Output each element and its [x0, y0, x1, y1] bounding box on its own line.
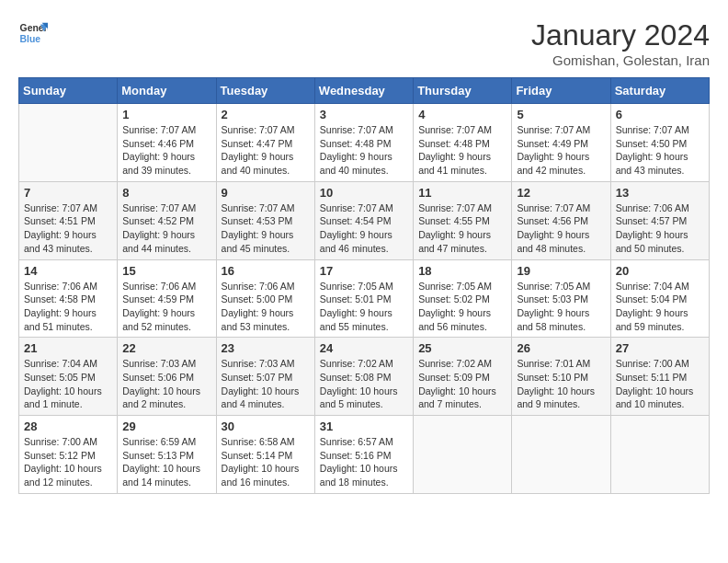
- day-number: 31: [320, 419, 408, 433]
- month-year-title: January 2024: [531, 18, 710, 52]
- calendar-day-cell: 6Sunrise: 7:07 AMSunset: 4:50 PMDaylight…: [610, 104, 709, 182]
- day-info: Sunrise: 7:04 AMSunset: 5:04 PMDaylight:…: [616, 280, 704, 334]
- calendar-day-cell: [512, 416, 610, 494]
- calendar-day-cell: 3Sunrise: 7:07 AMSunset: 4:48 PMDaylight…: [314, 104, 413, 182]
- day-info: Sunrise: 7:07 AMSunset: 4:49 PMDaylight:…: [517, 123, 605, 178]
- calendar-day-cell: 2Sunrise: 7:07 AMSunset: 4:47 PMDaylight…: [216, 104, 314, 182]
- day-info: Sunrise: 7:07 AMSunset: 4:53 PMDaylight:…: [222, 201, 310, 256]
- day-number: 8: [122, 186, 210, 200]
- calendar-day-cell: 31Sunrise: 6:57 AMSunset: 5:16 PMDayligh…: [314, 416, 413, 494]
- calendar-day-cell: 24Sunrise: 7:02 AMSunset: 5:08 PMDayligh…: [314, 338, 413, 416]
- calendar-day-cell: 11Sunrise: 7:07 AMSunset: 4:55 PMDayligh…: [414, 181, 512, 259]
- general-blue-logo-icon: General Blue: [18, 18, 48, 48]
- day-number: 22: [122, 341, 210, 355]
- calendar-day-cell: 12Sunrise: 7:07 AMSunset: 4:56 PMDayligh…: [512, 181, 610, 259]
- calendar-day-cell: 13Sunrise: 7:06 AMSunset: 4:57 PMDayligh…: [610, 181, 709, 259]
- day-info: Sunrise: 7:06 AMSunset: 4:59 PMDaylight:…: [122, 280, 210, 334]
- day-info: Sunrise: 6:57 AMSunset: 5:16 PMDaylight:…: [320, 435, 408, 489]
- logo: General Blue: [18, 18, 48, 48]
- day-number: 12: [517, 186, 605, 200]
- weekday-header: Sunday: [19, 78, 118, 104]
- day-number: 3: [320, 108, 408, 121]
- day-info: Sunrise: 7:05 AMSunset: 5:01 PMDaylight:…: [320, 280, 408, 334]
- day-number: 24: [320, 341, 408, 355]
- day-info: Sunrise: 7:06 AMSunset: 4:58 PMDaylight:…: [24, 280, 112, 334]
- day-number: 1: [122, 108, 210, 121]
- calendar-day-cell: 22Sunrise: 7:03 AMSunset: 5:06 PMDayligh…: [118, 338, 216, 416]
- day-number: 28: [24, 419, 112, 433]
- day-info: Sunrise: 7:07 AMSunset: 4:52 PMDaylight:…: [122, 201, 210, 256]
- day-number: 6: [616, 108, 704, 121]
- calendar-day-cell: 28Sunrise: 7:00 AMSunset: 5:12 PMDayligh…: [19, 416, 118, 494]
- weekday-header: Thursday: [414, 78, 512, 104]
- day-info: Sunrise: 7:07 AMSunset: 4:56 PMDaylight:…: [517, 201, 605, 256]
- day-number: 15: [122, 264, 210, 278]
- day-number: 17: [320, 264, 408, 278]
- calendar-day-cell: 7Sunrise: 7:07 AMSunset: 4:51 PMDaylight…: [19, 181, 118, 259]
- day-number: 27: [616, 341, 704, 355]
- day-info: Sunrise: 7:07 AMSunset: 4:54 PMDaylight:…: [320, 201, 408, 256]
- calendar-day-cell: 27Sunrise: 7:00 AMSunset: 5:11 PMDayligh…: [610, 338, 709, 416]
- calendar-day-cell: 9Sunrise: 7:07 AMSunset: 4:53 PMDaylight…: [216, 181, 314, 259]
- calendar-day-cell: 18Sunrise: 7:05 AMSunset: 5:02 PMDayligh…: [414, 259, 512, 338]
- calendar-day-cell: 19Sunrise: 7:05 AMSunset: 5:03 PMDayligh…: [512, 259, 610, 338]
- calendar-day-cell: 10Sunrise: 7:07 AMSunset: 4:54 PMDayligh…: [314, 181, 413, 259]
- weekday-header: Saturday: [610, 78, 709, 104]
- calendar-week-row: 28Sunrise: 7:00 AMSunset: 5:12 PMDayligh…: [19, 416, 710, 494]
- calendar-table: SundayMondayTuesdayWednesdayThursdayFrid…: [18, 77, 710, 494]
- day-info: Sunrise: 7:07 AMSunset: 4:55 PMDaylight:…: [418, 201, 506, 256]
- calendar-week-row: 7Sunrise: 7:07 AMSunset: 4:51 PMDaylight…: [19, 181, 710, 259]
- day-info: Sunrise: 7:02 AMSunset: 5:08 PMDaylight:…: [320, 357, 408, 411]
- day-number: 21: [24, 341, 112, 355]
- calendar-day-cell: 21Sunrise: 7:04 AMSunset: 5:05 PMDayligh…: [19, 338, 118, 416]
- day-number: 25: [418, 341, 506, 355]
- calendar-day-cell: 26Sunrise: 7:01 AMSunset: 5:10 PMDayligh…: [512, 338, 610, 416]
- day-info: Sunrise: 7:05 AMSunset: 5:02 PMDaylight:…: [418, 280, 506, 334]
- calendar-day-cell: 17Sunrise: 7:05 AMSunset: 5:01 PMDayligh…: [314, 259, 413, 338]
- day-info: Sunrise: 7:06 AMSunset: 5:00 PMDaylight:…: [222, 280, 310, 334]
- day-number: 23: [222, 341, 310, 355]
- calendar-week-row: 1Sunrise: 7:07 AMSunset: 4:46 PMDaylight…: [19, 104, 710, 182]
- day-info: Sunrise: 6:59 AMSunset: 5:13 PMDaylight:…: [122, 435, 210, 489]
- day-info: Sunrise: 7:07 AMSunset: 4:50 PMDaylight:…: [616, 123, 704, 178]
- day-number: 7: [24, 186, 112, 200]
- weekday-header: Monday: [118, 78, 216, 104]
- day-info: Sunrise: 7:07 AMSunset: 4:48 PMDaylight:…: [320, 123, 408, 178]
- calendar-week-row: 21Sunrise: 7:04 AMSunset: 5:05 PMDayligh…: [19, 338, 710, 416]
- calendar-day-cell: 30Sunrise: 6:58 AMSunset: 5:14 PMDayligh…: [216, 416, 314, 494]
- weekday-header: Friday: [512, 78, 610, 104]
- calendar-day-cell: 15Sunrise: 7:06 AMSunset: 4:59 PMDayligh…: [118, 259, 216, 338]
- day-info: Sunrise: 7:07 AMSunset: 4:48 PMDaylight:…: [418, 123, 506, 178]
- day-info: Sunrise: 7:04 AMSunset: 5:05 PMDaylight:…: [24, 357, 112, 411]
- weekday-header: Wednesday: [314, 78, 413, 104]
- day-info: Sunrise: 7:00 AMSunset: 5:12 PMDaylight:…: [24, 435, 112, 489]
- location-subtitle: Gomishan, Golestan, Iran: [531, 52, 710, 68]
- day-number: 30: [222, 419, 310, 433]
- day-info: Sunrise: 7:01 AMSunset: 5:10 PMDaylight:…: [517, 357, 605, 411]
- calendar-day-cell: 23Sunrise: 7:03 AMSunset: 5:07 PMDayligh…: [216, 338, 314, 416]
- calendar-day-cell: [414, 416, 512, 494]
- day-info: Sunrise: 7:02 AMSunset: 5:09 PMDaylight:…: [418, 357, 506, 411]
- calendar-day-cell: 20Sunrise: 7:04 AMSunset: 5:04 PMDayligh…: [610, 259, 709, 338]
- day-number: 19: [517, 264, 605, 278]
- day-number: 11: [418, 186, 506, 200]
- day-info: Sunrise: 7:05 AMSunset: 5:03 PMDaylight:…: [517, 280, 605, 334]
- page-header: General Blue January 2024 Gomishan, Gole…: [18, 18, 710, 68]
- day-number: 5: [517, 108, 605, 121]
- weekday-header: Tuesday: [216, 78, 314, 104]
- day-info: Sunrise: 7:03 AMSunset: 5:06 PMDaylight:…: [122, 357, 210, 411]
- title-block: January 2024 Gomishan, Golestan, Iran: [531, 18, 710, 68]
- calendar-day-cell: 5Sunrise: 7:07 AMSunset: 4:49 PMDaylight…: [512, 104, 610, 182]
- calendar-week-row: 14Sunrise: 7:06 AMSunset: 4:58 PMDayligh…: [19, 259, 710, 338]
- day-info: Sunrise: 6:58 AMSunset: 5:14 PMDaylight:…: [222, 435, 310, 489]
- calendar-day-cell: [19, 104, 118, 182]
- calendar-day-cell: 4Sunrise: 7:07 AMSunset: 4:48 PMDaylight…: [414, 104, 512, 182]
- calendar-day-cell: 29Sunrise: 6:59 AMSunset: 5:13 PMDayligh…: [118, 416, 216, 494]
- day-info: Sunrise: 7:03 AMSunset: 5:07 PMDaylight:…: [222, 357, 310, 411]
- calendar-day-cell: 14Sunrise: 7:06 AMSunset: 4:58 PMDayligh…: [19, 259, 118, 338]
- day-number: 26: [517, 341, 605, 355]
- day-number: 16: [222, 264, 310, 278]
- calendar-header-row: SundayMondayTuesdayWednesdayThursdayFrid…: [19, 78, 710, 104]
- calendar-day-cell: [610, 416, 709, 494]
- day-number: 4: [418, 108, 506, 121]
